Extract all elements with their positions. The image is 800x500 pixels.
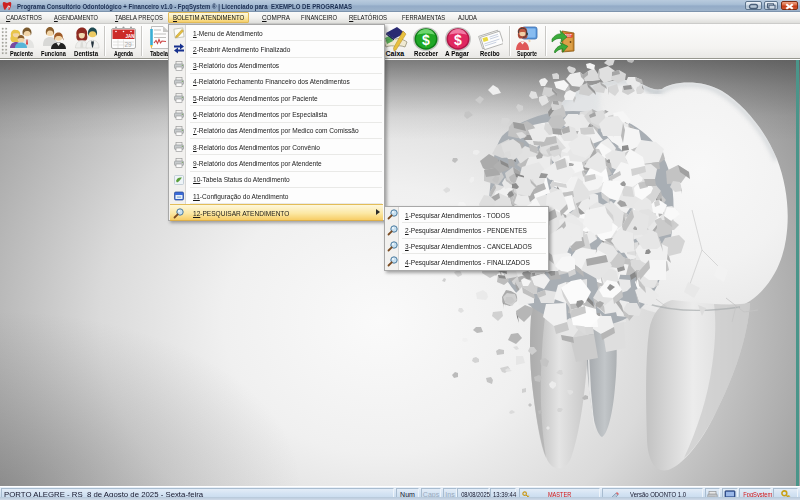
svg-text:29: 29 <box>125 41 133 48</box>
svg-text:$: $ <box>422 32 430 48</box>
svg-text:$: $ <box>454 32 462 48</box>
svg-text:JAN: JAN <box>126 34 135 39</box>
